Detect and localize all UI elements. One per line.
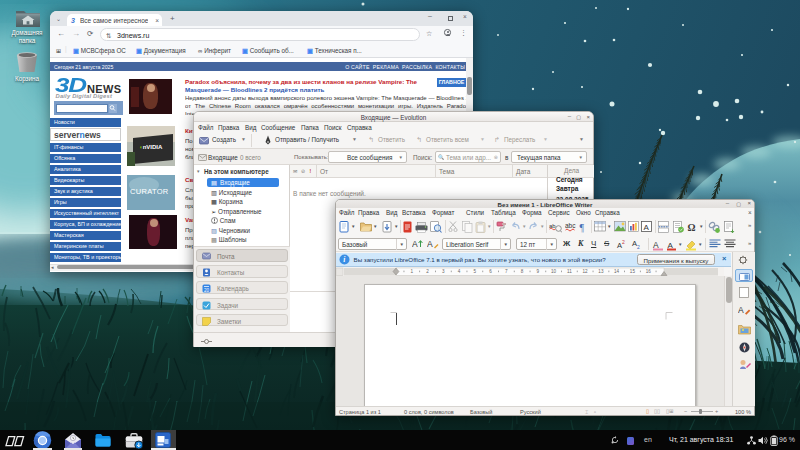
svg-text:5: 5 [474,269,477,274]
svg-text:A: A [644,223,650,232]
svg-text:A: A [412,239,418,249]
svg-text:А: А [668,240,674,249]
svg-text:2: 2 [426,269,429,274]
svg-text:15: 15 [630,269,636,274]
svg-text:11: 11 [567,269,572,274]
svg-text:A: A [738,305,744,315]
svg-text:1: 1 [411,269,414,274]
svg-text:13: 13 [598,269,604,274]
svg-text:16: 16 [646,269,652,274]
svg-text:6: 6 [489,269,492,274]
svg-text:Ω: Ω [688,221,696,232]
svg-text:4: 4 [458,269,461,274]
svg-text:20: 20 [204,288,210,293]
svg-text:7: 7 [505,269,508,274]
svg-text:10: 10 [551,269,557,274]
svg-text:9: 9 [537,269,540,274]
svg-text:3: 3 [442,269,445,274]
svg-text:ab: ab [549,222,556,228]
svg-text:12: 12 [583,269,589,274]
svg-text:14: 14 [614,269,620,274]
svg-text:A: A [427,239,433,249]
svg-text:¶: ¶ [580,221,585,232]
svg-text:abc: abc [565,222,576,229]
svg-text:8: 8 [521,269,524,274]
